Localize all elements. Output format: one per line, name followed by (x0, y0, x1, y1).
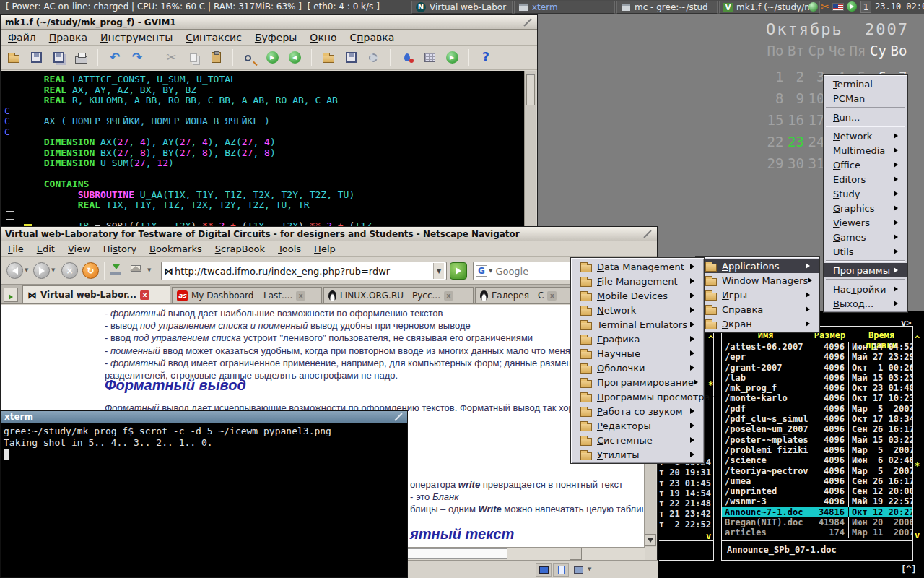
gvim-menu-инструменты[interactable]: Инструменты (100, 32, 173, 43)
grid-button[interactable] (421, 48, 438, 67)
taskbar-item-mk1-f-study-m[interactable]: Vmk1.f (~/study/m (719, 1, 820, 14)
tab-virtual-web-labor[interactable]: ⋈Virtual web-Labor...x (22, 285, 170, 303)
url-dropdown[interactable]: ▼ (433, 263, 444, 279)
gvim-menu-синтаксис[interactable]: Синтаксис (186, 32, 242, 43)
file-row[interactable]: /attest-06.20074096Июн 14 04:52 (722, 342, 912, 352)
file-row[interactable]: /teoriya~pectrov4096Мар 5 2007 (722, 466, 912, 476)
netscape-menu-view[interactable]: View (68, 243, 90, 254)
opts-button[interactable] (398, 48, 416, 67)
menu-item-работа-со-звуком[interactable]: Работа со звуком (572, 404, 703, 418)
mc-scroll-up-marker[interactable]: ^ (708, 335, 713, 345)
keyboard-layout-flag-icon[interactable] (832, 3, 844, 11)
tab-my-dashboard-last[interactable]: asMy Dashboard – Last....x (172, 287, 322, 303)
home-icon[interactable] (131, 265, 141, 272)
file-row[interactable]: /pdf_clu~s_simul4096Окт 17 18:34 (722, 414, 912, 424)
file-row[interactable]: /poster-~mplates4096Май 15 03:22 (722, 435, 912, 445)
menu-item-справка[interactable]: Справка (697, 302, 819, 316)
go-button[interactable] (450, 262, 467, 280)
menu-item-games[interactable]: Games (824, 230, 907, 244)
file-row[interactable]: Bregan(NIT).doc41984Июн 20 2006 (722, 517, 912, 527)
mc-scroll-up-marker[interactable]: ^ (915, 335, 920, 345)
menu-item-network[interactable]: Network (572, 303, 703, 317)
gvim-menu-окно[interactable]: Окно (310, 32, 336, 43)
gvim-scrollbar[interactable] (524, 71, 536, 226)
file-row[interactable]: /unprinted4096Сен 12 20:00 (722, 486, 912, 496)
copy-button[interactable] (185, 48, 202, 67)
back-button[interactable] (6, 262, 23, 279)
gvim-titlebar[interactable]: mk1.f (~/study/mk_prog_f) - GVIM1 (1, 15, 537, 30)
run-script-button[interactable] (365, 48, 382, 67)
menu-item-office[interactable]: Office (824, 158, 907, 172)
workspace-indicator[interactable]: 1 (860, 1, 871, 13)
gvim-scrollbar-thumb[interactable] (526, 74, 535, 105)
save-button[interactable] (27, 48, 45, 67)
netscape-menu-file[interactable]: File (8, 243, 24, 254)
menu-item-terminal[interactable]: Terminal (824, 77, 907, 91)
gvim-text-area[interactable]: REAL LATTICE_CONST, U_SUM, U_TOTAL REAL … (1, 71, 525, 226)
menu-item-run[interactable]: Run... (824, 110, 907, 124)
file-row[interactable]: /science4096Июн 6 02:46 (722, 455, 912, 465)
file-row[interactable]: /umea4096Сен 26 16:17 (722, 476, 912, 486)
page-style-icon[interactable] (553, 563, 569, 577)
file-row[interactable]: /grant-20074096Окт 1 00:26 (722, 363, 912, 373)
tab-close-button[interactable]: x (444, 291, 453, 301)
file-row[interactable]: articles174Мар 11 2007 (722, 527, 912, 538)
xterm-terminal[interactable]: gree:~/study/mk_prog_f$ scrot -c -d 5 ~/… (1, 423, 407, 577)
menu-item-системные[interactable]: Системные (572, 433, 703, 447)
netscape-menu-bookmarks[interactable]: Bookmarks (149, 243, 202, 254)
menu-item-программы-просмотра[interactable]: Программы просмотра (572, 389, 703, 404)
back-history-dropdown[interactable]: ▼ (25, 267, 28, 273)
file-row[interactable]: /poselen~um_20074096Сен 26 16:17 (722, 424, 912, 434)
taskbar-item-virtual-web-labor[interactable]: NVirtual web-Labor (411, 1, 513, 14)
netscape-titlebar[interactable]: Virtual web-Laboratory for Testware of D… (1, 227, 657, 241)
file-row[interactable]: /monte-karlo4096Окт 17 10:23 (722, 393, 912, 403)
menu-item-игры[interactable]: Игры (697, 288, 819, 302)
netscape-menu-tools[interactable]: Tools (278, 243, 301, 254)
sync-status-icon[interactable] (536, 563, 552, 577)
menu-item-utils[interactable]: Utils (824, 244, 907, 259)
tab-галерея-с[interactable]: Галерея - Сx (475, 287, 583, 303)
menu-item-оболочки[interactable]: Оболочки (572, 361, 703, 375)
netscape-menu-edit[interactable]: Edit (37, 243, 55, 254)
menu-item-графика[interactable]: Графика (572, 332, 703, 346)
google-logo-icon[interactable]: G (476, 265, 487, 277)
menu-item-graphics[interactable]: Graphics (824, 201, 907, 215)
green-orb-icon[interactable] (808, 2, 818, 12)
scissors-icon[interactable]: ✂ (821, 1, 829, 12)
stop-button[interactable]: × (61, 262, 78, 279)
save-all-button[interactable] (50, 48, 67, 67)
scroll-right-button[interactable] (570, 548, 582, 560)
file-row[interactable]: Announc~7-1.doc34816Окт 12 20:27 (722, 507, 912, 517)
find-next-button[interactable]: ▶ (263, 48, 281, 67)
reload-button[interactable]: ↻ (82, 262, 99, 279)
play-icon[interactable] (847, 1, 857, 12)
menu-item-утилиты[interactable]: Утилиты (572, 447, 703, 462)
tab-close-button[interactable]: x (140, 290, 149, 300)
find-prev-button[interactable]: ◀ (286, 48, 303, 67)
file-row[interactable]: /pdf4096Мар 5 2007 (722, 404, 912, 414)
tab-linux-org-ru-русс[interactable]: LINUX.ORG.RU - Русс...x (323, 287, 474, 303)
xterm-titlebar[interactable]: xterm (1, 411, 407, 423)
go-button[interactable]: ▶ (443, 48, 461, 67)
file-row[interactable]: /mk_prog_f4096Окт 23 01:48 (722, 383, 912, 393)
menu-item-window-managers[interactable]: Window Managers (697, 273, 819, 288)
menu-item-editors[interactable]: Editors (824, 172, 907, 186)
home-dropdown[interactable]: ▼ (147, 267, 151, 273)
menu-item-file-management[interactable]: File Management (572, 274, 703, 288)
menu-item-mobile-devices[interactable]: Mobile Devices (572, 288, 703, 303)
netscape-menu-help[interactable]: Help (314, 243, 336, 254)
cut-button[interactable]: ✂ (162, 48, 180, 67)
gvim-menu-справка[interactable]: Справка (350, 32, 395, 43)
gvim-menu-буферы[interactable]: Буферы (255, 32, 297, 43)
redo-button[interactable]: ↷ (128, 48, 146, 67)
undo-button[interactable]: ↶ (106, 48, 123, 67)
netscape-menu-history[interactable]: History (103, 243, 136, 254)
taskbar-item-mc-gree-stud[interactable]: mc - gree:~/stud (616, 1, 718, 14)
file-row[interactable]: /lab4096Май 15 03:23 (722, 373, 912, 383)
menu-item-редакторы[interactable]: Редакторы (572, 418, 703, 433)
menu-item-applications[interactable]: Applications (697, 259, 819, 273)
menu-item-программирование[interactable]: Программирование (572, 375, 703, 389)
menu-item-viewers[interactable]: Viewers (824, 215, 907, 230)
session-save-button[interactable] (342, 48, 359, 67)
mc-scroll-down-marker[interactable]: v (915, 530, 920, 540)
